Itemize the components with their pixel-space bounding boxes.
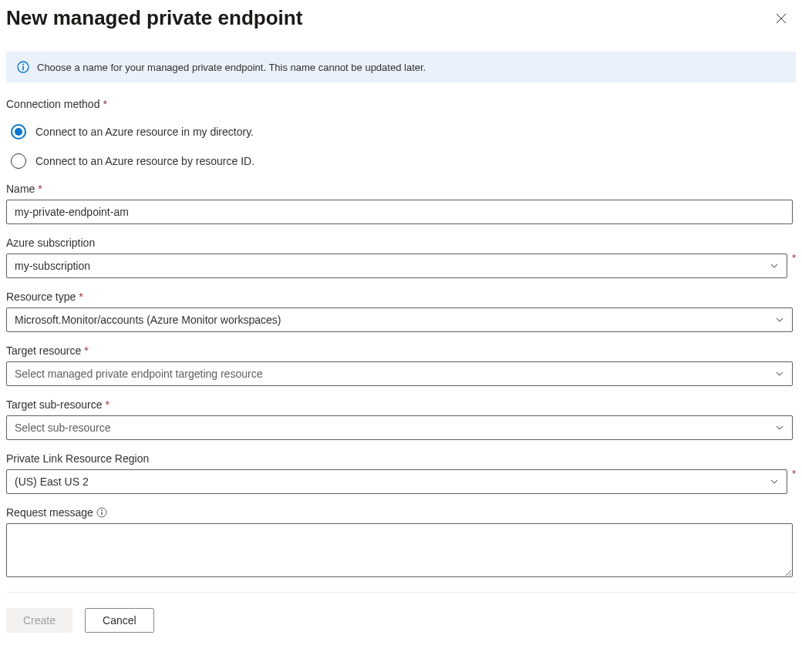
select-placeholder: Select managed private endpoint targetin… <box>15 368 262 380</box>
info-banner: Choose a name for your managed private e… <box>6 52 796 82</box>
subscription-label: Azure subscription <box>6 237 796 249</box>
region-select[interactable]: (US) East US 2 <box>6 469 787 494</box>
name-label: Name * <box>6 183 796 195</box>
chevron-down-icon <box>770 477 779 486</box>
select-value: my-subscription <box>15 260 90 272</box>
radio-label: Connect to an Azure resource in my direc… <box>35 126 254 138</box>
resource-type-select[interactable]: Microsoft.Monitor/accounts (Azure Monito… <box>6 307 793 332</box>
target-resource-select[interactable]: Select managed private endpoint targetin… <box>6 361 793 386</box>
radio-label: Connect to an Azure resource by resource… <box>35 155 254 167</box>
connection-method-label: Connection method * <box>6 98 796 110</box>
name-input[interactable] <box>6 200 793 224</box>
info-icon <box>17 61 29 73</box>
radio-unselected-icon <box>11 153 26 169</box>
chevron-down-icon <box>775 369 784 378</box>
request-message-input[interactable] <box>6 523 793 577</box>
svg-rect-4 <box>22 66 24 71</box>
footer: Create Cancel <box>6 593 796 648</box>
target-resource-label: Target resource * <box>6 344 796 357</box>
target-sub-resource-select[interactable]: Select sub-resource <box>6 415 793 440</box>
close-icon <box>776 13 787 24</box>
connection-method-group: Connect to an Azure resource in my direc… <box>6 124 796 169</box>
chevron-down-icon <box>770 261 779 270</box>
target-sub-resource-label: Target sub-resource * <box>6 398 796 411</box>
close-button[interactable] <box>776 13 787 24</box>
help-icon[interactable] <box>96 507 107 518</box>
panel-title: New managed private endpoint <box>6 6 302 30</box>
subscription-select[interactable]: my-subscription <box>6 254 787 278</box>
svg-point-3 <box>22 64 24 66</box>
request-message-label: Request message <box>6 506 796 519</box>
svg-point-6 <box>101 509 103 511</box>
region-label: Private Link Resource Region <box>6 452 796 465</box>
connection-method-resource-id[interactable]: Connect to an Azure resource by resource… <box>11 153 796 169</box>
resource-type-label: Resource type * <box>6 291 796 303</box>
radio-selected-icon <box>11 124 26 139</box>
chevron-down-icon <box>775 315 784 324</box>
required-marker: * <box>792 252 796 264</box>
select-value: Microsoft.Monitor/accounts (Azure Monito… <box>15 314 281 326</box>
select-placeholder: Select sub-resource <box>15 422 111 434</box>
panel-header: New managed private endpoint <box>6 6 796 52</box>
info-text: Choose a name for your managed private e… <box>37 62 426 73</box>
create-button[interactable]: Create <box>6 608 72 633</box>
cancel-button[interactable]: Cancel <box>85 608 154 633</box>
connection-method-directory[interactable]: Connect to an Azure resource in my direc… <box>11 124 796 139</box>
select-value: (US) East US 2 <box>15 475 89 488</box>
chevron-down-icon <box>775 423 784 432</box>
required-marker: * <box>792 468 796 479</box>
svg-rect-7 <box>101 512 102 516</box>
